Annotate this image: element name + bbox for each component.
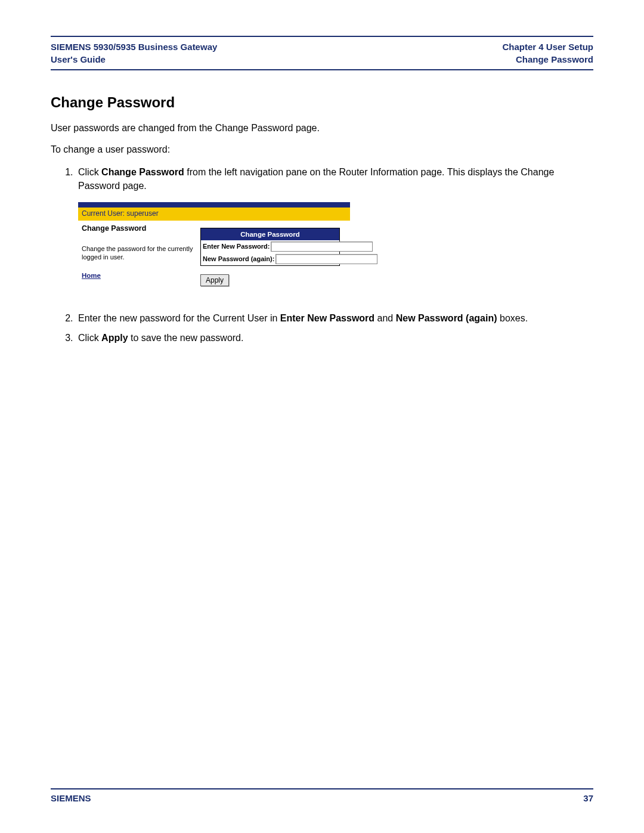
content-area: Change Password User passwords are chang… bbox=[51, 70, 593, 788]
step-2-bold-2: New Password (again) bbox=[396, 313, 497, 323]
step-3: Click Apply to save the new password. bbox=[76, 331, 593, 345]
footer-brand: SIEMENS bbox=[51, 793, 91, 803]
embedded-screenshot: Current User: superuser Change Password … bbox=[78, 202, 350, 293]
header-guide-title: SIEMENS 5930/5935 Business Gateway bbox=[51, 41, 217, 53]
left-panel-title: Change Password bbox=[82, 223, 197, 234]
password-form: Change Password Enter New Password: New … bbox=[200, 228, 340, 267]
page-header: SIEMENS 5930/5935 Business Gateway User'… bbox=[51, 36, 593, 70]
header-section: Change Password bbox=[502, 53, 593, 66]
screenshot-top-band bbox=[78, 202, 350, 208]
form-row-password-again: New Password (again): bbox=[201, 253, 339, 265]
password-again-input[interactable] bbox=[275, 254, 377, 264]
page-footer: SIEMENS 37 bbox=[51, 788, 593, 803]
step-2: Enter the new password for the Current U… bbox=[76, 311, 593, 325]
step-1: Click Change Password from the left navi… bbox=[76, 165, 593, 293]
current-user-bar: Current User: superuser bbox=[78, 208, 350, 220]
password-again-label: New Password (again): bbox=[203, 255, 275, 264]
new-password-input[interactable] bbox=[271, 241, 373, 252]
screenshot-form-panel: Change Password Enter New Password: New … bbox=[200, 221, 350, 293]
form-header: Change Password bbox=[201, 228, 339, 241]
header-guide-subtitle: User's Guide bbox=[51, 53, 217, 66]
header-left: SIEMENS 5930/5935 Business Gateway User'… bbox=[51, 41, 217, 66]
header-right: Chapter 4 User Setup Change Password bbox=[502, 41, 593, 66]
step-1-bold: Change Password bbox=[101, 167, 184, 177]
intro-paragraph-1: User passwords are changed from the Chan… bbox=[51, 122, 593, 135]
apply-button[interactable]: Apply bbox=[200, 274, 229, 286]
steps-list: Click Change Password from the left navi… bbox=[51, 165, 593, 345]
footer-page-number: 37 bbox=[583, 793, 593, 803]
screenshot-body: Change Password Change the password for … bbox=[78, 221, 350, 293]
step-2-bold-1: Enter New Password bbox=[280, 313, 374, 323]
new-password-label: Enter New Password: bbox=[203, 242, 271, 252]
intro-paragraph-2: To change a user password: bbox=[51, 143, 593, 156]
header-chapter: Chapter 4 User Setup bbox=[502, 41, 593, 53]
form-row-new-password: Enter New Password: bbox=[201, 240, 339, 253]
page-title: Change Password bbox=[51, 94, 593, 111]
screenshot-left-panel: Change Password Change the password for … bbox=[78, 221, 200, 293]
left-panel-description: Change the password for the currently lo… bbox=[82, 244, 197, 262]
home-link[interactable]: Home bbox=[82, 272, 101, 279]
step-3-bold: Apply bbox=[101, 333, 128, 343]
